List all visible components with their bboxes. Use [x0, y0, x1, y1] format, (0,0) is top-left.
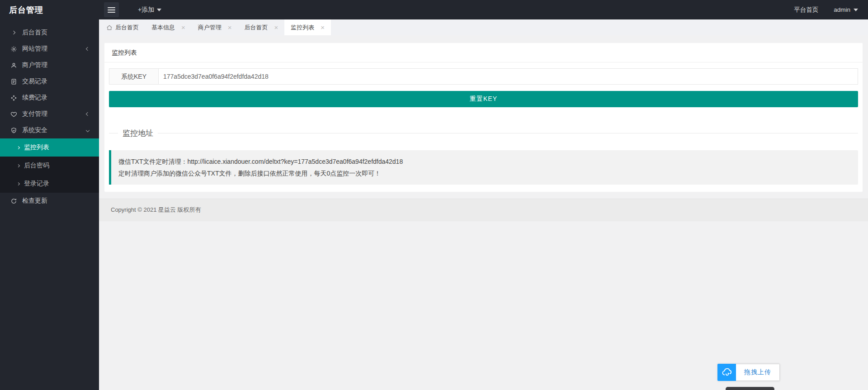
- chevron-right-icon: [10, 29, 17, 36]
- section-title: 监控地址: [118, 128, 158, 138]
- sidebar-toggle-button[interactable]: [104, 2, 119, 17]
- sidebar-item-label: 网站管理: [22, 45, 47, 53]
- upload-widget: 拖拽上传: [717, 364, 780, 381]
- sidebar-item-payment-management[interactable]: 支付管理: [0, 106, 99, 122]
- user-icon: [10, 62, 17, 69]
- card-body: 系统KEY 重置KEY 监控地址 微信TXT文件定时清理：http://lica…: [104, 62, 863, 192]
- sidebar-subitem-label: 监控列表: [24, 143, 49, 152]
- header-right-nav: 平台首页 admin: [794, 6, 868, 14]
- refresh-icon: [10, 197, 17, 205]
- tab-label: 后台首页: [115, 24, 139, 32]
- tab-close-icon[interactable]: ×: [321, 24, 325, 31]
- cloud-upload-icon: [722, 367, 732, 378]
- tab-basic-info[interactable]: 基本信息 ×: [145, 19, 192, 35]
- monitor-notice-box: 微信TXT文件定时清理：http://licaice.xiandouer.com…: [109, 150, 858, 185]
- sidebar-item-label: 支付管理: [22, 110, 47, 118]
- tab-label: 监控列表: [291, 24, 314, 32]
- sidebar-item-label: 系统安全: [22, 126, 47, 134]
- tab-merchant-management[interactable]: 商户管理 ×: [192, 19, 238, 35]
- system-key-label: 系统KEY: [109, 68, 159, 85]
- hamburger-icon: [108, 7, 115, 13]
- add-dropdown-label: +添加: [138, 6, 154, 14]
- chevron-down-icon: [86, 128, 90, 132]
- add-dropdown-button[interactable]: +添加: [138, 6, 161, 14]
- gear-icon: [10, 45, 17, 52]
- sidebar-item-renewal-records[interactable]: 续费记录: [0, 90, 99, 106]
- system-security-submenu: 监控列表 后台密码 登录记录: [0, 138, 99, 193]
- monitor-card: 监控列表 系统KEY 重置KEY 监控地址 微信TXT文件定时清理：http:/…: [104, 43, 863, 192]
- app-title: 后台管理: [0, 5, 99, 15]
- sidebar-item-monitor-list[interactable]: 监控列表: [0, 138, 99, 157]
- sidebar-item-site-management[interactable]: 网站管理: [0, 41, 99, 57]
- tab-backend-home[interactable]: 后台首页: [100, 19, 145, 35]
- chevron-right-icon: [17, 164, 20, 167]
- user-menu-button[interactable]: admin: [834, 6, 858, 13]
- home-icon: [106, 24, 113, 31]
- chevron-left-icon: [86, 47, 90, 51]
- sidebar-item-system-security[interactable]: 系统安全: [0, 122, 99, 138]
- tab-label: 商户管理: [198, 24, 222, 32]
- sidebar-item-login-records[interactable]: 登录记录: [0, 175, 99, 193]
- sidebar-item-label: 续费记录: [22, 94, 47, 102]
- sidebar-subitem-label: 后台密码: [24, 162, 49, 170]
- chevron-down-icon: [157, 9, 161, 11]
- heart-icon: [10, 110, 17, 118]
- shield-icon: [10, 127, 17, 134]
- tab-label: 后台首页: [245, 24, 268, 32]
- sidebar-item-backend-home[interactable]: 后台首页: [0, 24, 99, 41]
- sidebar-item-merchant-management[interactable]: 商户管理: [0, 57, 99, 73]
- system-key-row: 系统KEY: [109, 68, 858, 85]
- platform-home-link[interactable]: 平台首页: [794, 6, 818, 14]
- tab-close-icon[interactable]: ×: [181, 24, 185, 31]
- sidebar-item-label: 检查更新: [22, 197, 47, 205]
- system-key-input[interactable]: [159, 68, 858, 85]
- username-label: admin: [834, 6, 850, 13]
- notice-line-1: 微信TXT文件定时清理：http://licaice.xiandouer.com…: [118, 156, 851, 167]
- upload-cloud-button[interactable]: [717, 364, 736, 381]
- card-title: 监控列表: [104, 43, 863, 62]
- top-header: 后台管理 +添加 平台首页 admin: [0, 0, 868, 19]
- hidden-bottom-button[interactable]: [726, 387, 774, 390]
- sidebar-subitem-label: 登录记录: [24, 180, 49, 188]
- tab-close-icon[interactable]: ×: [228, 24, 232, 31]
- sidebar-nav: 后台首页 网站管理 商户管理 交易记录 续费记录: [0, 19, 99, 390]
- tab-close-icon[interactable]: ×: [274, 24, 278, 31]
- sidebar-item-label: 商户管理: [22, 61, 47, 69]
- reset-key-button[interactable]: 重置KEY: [109, 91, 858, 107]
- components-icon: [10, 94, 17, 101]
- tab-backend-home-2[interactable]: 后台首页 ×: [238, 19, 285, 35]
- notice-line-2: 定时清理商户添加的微信公众号TXT文件，删除后接口依然正常使用，每天0点监控一次…: [118, 167, 851, 179]
- chevron-right-icon: [17, 146, 20, 149]
- copyright-footer: Copyright © 2021 星益云 版权所有: [99, 199, 868, 221]
- chevron-left-icon: [86, 112, 90, 116]
- main-content: 监控列表 系统KEY 重置KEY 监控地址 微信TXT文件定时清理：http:/…: [99, 35, 868, 390]
- sidebar-item-check-update[interactable]: 检查更新: [0, 193, 99, 209]
- sidebar-item-label: 后台首页: [22, 29, 47, 37]
- chevron-right-icon: [17, 182, 20, 185]
- platform-home-label: 平台首页: [794, 6, 818, 14]
- monitor-address-fieldset: 监控地址: [109, 128, 858, 138]
- document-icon: [10, 78, 17, 85]
- sidebar-item-backend-password[interactable]: 后台密码: [0, 157, 99, 175]
- drag-upload-button[interactable]: 拖拽上传: [736, 364, 780, 381]
- admin-screen: 后台管理 +添加 平台首页 admin 后台首页 网站管: [0, 0, 868, 390]
- sidebar-item-transaction-records[interactable]: 交易记录: [0, 73, 99, 90]
- chevron-down-icon: [854, 9, 858, 11]
- tab-monitor-list[interactable]: 监控列表 ×: [284, 19, 331, 35]
- tab-bar: 后台首页 基本信息 × 商户管理 × 后台首页 × 监控列表 ×: [99, 19, 868, 35]
- tab-label: 基本信息: [151, 24, 175, 32]
- sidebar-item-label: 交易记录: [22, 77, 47, 86]
